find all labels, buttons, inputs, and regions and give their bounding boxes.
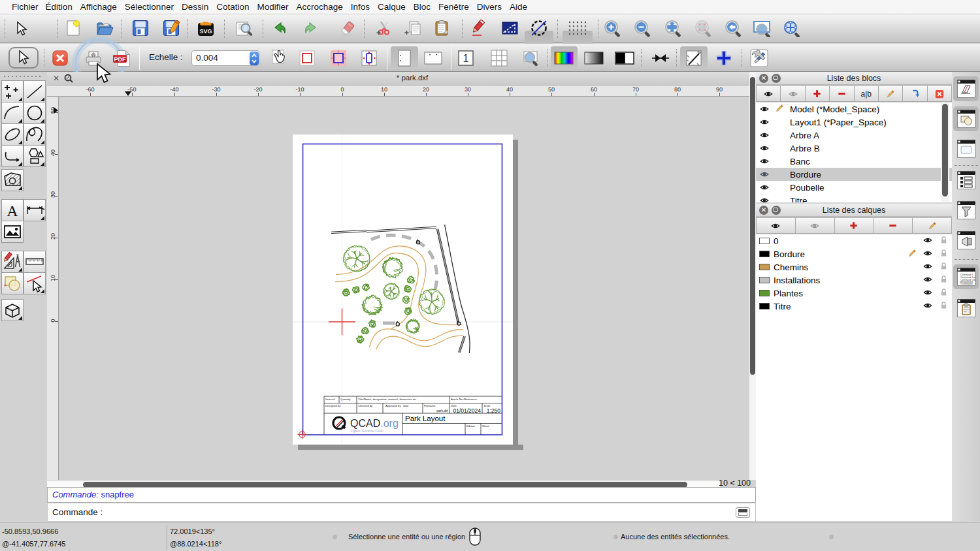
svg-text:1: 1 bbox=[463, 53, 469, 64]
svg-text:Designed by: Designed by bbox=[325, 404, 341, 407]
svg-text:Open Source CAD: Open Source CAD bbox=[351, 429, 384, 433]
svg-text:01/01/2024: 01/01/2024 bbox=[453, 407, 481, 414]
svg-text:Edition: Edition bbox=[466, 424, 475, 428]
svg-text:Command: 100,0: Command: 100,0 bbox=[960, 279, 975, 281]
svg-text:SVG: SVG bbox=[199, 28, 212, 35]
svg-text:Title/Name, designation, mater: Title/Name, designation, material, dimen… bbox=[358, 398, 416, 401]
svg-text:PDF: PDF bbox=[114, 56, 127, 63]
svg-text:Article No./Reference: Article No./Reference bbox=[451, 398, 477, 401]
svg-text:Sheet: Sheet bbox=[482, 424, 490, 428]
svg-text:Park Layout: Park Layout bbox=[405, 415, 446, 422]
svg-text:Quantity: Quantity bbox=[340, 398, 351, 401]
svg-text:QCAD.org: QCAD.org bbox=[350, 418, 399, 429]
svg-text:Filename: Filename bbox=[424, 404, 436, 407]
svg-text:1:250: 1:250 bbox=[487, 407, 501, 414]
svg-text:A: A bbox=[7, 202, 18, 219]
svg-text:Checked by: Checked by bbox=[358, 404, 373, 407]
svg-text:Approved by - date: Approved by - date bbox=[385, 404, 409, 407]
svg-text:> command: > command bbox=[960, 283, 972, 285]
svg-text:park.dxf: park.dxf bbox=[436, 409, 448, 413]
svg-text:Item ref: Item ref bbox=[325, 398, 335, 401]
